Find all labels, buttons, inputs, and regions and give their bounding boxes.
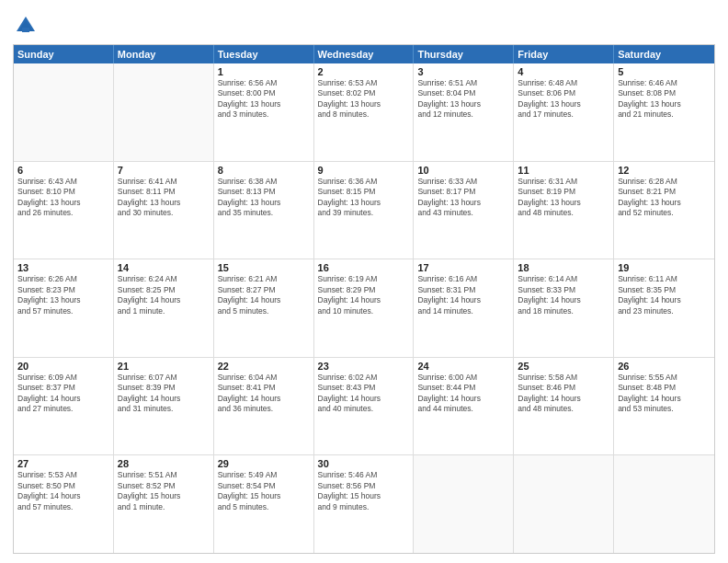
day-number: 13 xyxy=(17,262,109,273)
calendar-cell: 5Sunrise: 6:46 AM Sunset: 8:08 PM Daylig… xyxy=(614,63,714,161)
calendar-cell: 26Sunrise: 5:55 AM Sunset: 8:48 PM Dayli… xyxy=(614,358,714,455)
calendar-row: 6Sunrise: 6:43 AM Sunset: 8:10 PM Daylig… xyxy=(14,161,714,259)
calendar-cell xyxy=(614,455,714,553)
day-number: 8 xyxy=(218,165,310,176)
day-number: 5 xyxy=(618,66,711,77)
day-info: Sunrise: 6:38 AM Sunset: 8:13 PM Dayligh… xyxy=(218,177,310,219)
day-number: 1 xyxy=(218,66,310,77)
day-info: Sunrise: 6:14 AM Sunset: 8:33 PM Dayligh… xyxy=(518,274,609,316)
day-info: Sunrise: 5:58 AM Sunset: 8:46 PM Dayligh… xyxy=(518,373,609,415)
calendar-cell xyxy=(114,63,214,161)
day-number: 21 xyxy=(118,361,210,372)
day-number: 28 xyxy=(118,458,210,469)
calendar-row: 20Sunrise: 6:09 AM Sunset: 8:37 PM Dayli… xyxy=(14,357,714,455)
calendar-cell: 21Sunrise: 6:07 AM Sunset: 8:39 PM Dayli… xyxy=(114,358,214,455)
day-number: 24 xyxy=(417,361,509,372)
page: SundayMondayTuesdayWednesdayThursdayFrid… xyxy=(0,0,728,563)
day-info: Sunrise: 6:09 AM Sunset: 8:37 PM Dayligh… xyxy=(17,373,109,415)
day-info: Sunrise: 6:24 AM Sunset: 8:25 PM Dayligh… xyxy=(118,274,210,316)
day-info: Sunrise: 6:19 AM Sunset: 8:29 PM Dayligh… xyxy=(318,274,410,316)
calendar: SundayMondayTuesdayWednesdayThursdayFrid… xyxy=(13,44,715,554)
day-number: 27 xyxy=(17,458,109,469)
logo xyxy=(13,13,42,39)
calendar-cell: 4Sunrise: 6:48 AM Sunset: 8:06 PM Daylig… xyxy=(514,63,614,161)
day-number: 30 xyxy=(318,458,410,469)
day-info: Sunrise: 5:55 AM Sunset: 8:48 PM Dayligh… xyxy=(618,373,711,415)
logo-icon xyxy=(13,13,39,39)
svg-rect-2 xyxy=(22,28,29,32)
calendar-cell: 3Sunrise: 6:51 AM Sunset: 8:04 PM Daylig… xyxy=(414,63,514,161)
calendar-cell: 6Sunrise: 6:43 AM Sunset: 8:10 PM Daylig… xyxy=(14,162,114,259)
day-number: 7 xyxy=(118,165,210,176)
calendar-row: 27Sunrise: 5:53 AM Sunset: 8:50 PM Dayli… xyxy=(14,454,714,553)
day-number: 11 xyxy=(518,165,609,176)
day-number: 15 xyxy=(218,262,310,273)
calendar-cell xyxy=(414,455,514,553)
calendar-cell: 24Sunrise: 6:00 AM Sunset: 8:44 PM Dayli… xyxy=(414,358,514,455)
calendar-cell: 13Sunrise: 6:26 AM Sunset: 8:23 PM Dayli… xyxy=(14,259,114,357)
day-number: 3 xyxy=(417,66,509,77)
calendar-row: 13Sunrise: 6:26 AM Sunset: 8:23 PM Dayli… xyxy=(14,259,714,357)
calendar-header-cell: Wednesday xyxy=(314,45,415,63)
calendar-cell: 22Sunrise: 6:04 AM Sunset: 8:41 PM Dayli… xyxy=(214,358,314,455)
calendar-header-cell: Tuesday xyxy=(214,45,314,63)
header xyxy=(13,9,715,39)
day-info: Sunrise: 6:28 AM Sunset: 8:21 PM Dayligh… xyxy=(618,177,711,219)
calendar-cell: 17Sunrise: 6:16 AM Sunset: 8:31 PM Dayli… xyxy=(414,259,514,357)
day-info: Sunrise: 6:07 AM Sunset: 8:39 PM Dayligh… xyxy=(118,373,210,415)
day-info: Sunrise: 6:21 AM Sunset: 8:27 PM Dayligh… xyxy=(218,274,310,316)
calendar-cell: 15Sunrise: 6:21 AM Sunset: 8:27 PM Dayli… xyxy=(214,259,314,357)
calendar-cell: 18Sunrise: 6:14 AM Sunset: 8:33 PM Dayli… xyxy=(514,259,614,357)
calendar-cell: 30Sunrise: 5:46 AM Sunset: 8:56 PM Dayli… xyxy=(314,455,415,553)
day-number: 20 xyxy=(17,361,109,372)
day-number: 22 xyxy=(218,361,310,372)
day-info: Sunrise: 6:43 AM Sunset: 8:10 PM Dayligh… xyxy=(17,177,109,219)
calendar-cell: 10Sunrise: 6:33 AM Sunset: 8:17 PM Dayli… xyxy=(414,162,514,259)
day-info: Sunrise: 6:02 AM Sunset: 8:43 PM Dayligh… xyxy=(318,373,410,415)
calendar-cell: 27Sunrise: 5:53 AM Sunset: 8:50 PM Dayli… xyxy=(14,455,114,553)
calendar-cell xyxy=(514,455,614,553)
calendar-header-cell: Monday xyxy=(114,45,214,63)
day-number: 18 xyxy=(518,262,609,273)
day-info: Sunrise: 6:51 AM Sunset: 8:04 PM Dayligh… xyxy=(417,78,509,121)
calendar-cell: 2Sunrise: 6:53 AM Sunset: 8:02 PM Daylig… xyxy=(314,63,415,161)
day-number: 12 xyxy=(618,165,711,176)
day-info: Sunrise: 6:16 AM Sunset: 8:31 PM Dayligh… xyxy=(417,274,509,316)
day-number: 9 xyxy=(318,165,410,176)
day-info: Sunrise: 6:48 AM Sunset: 8:06 PM Dayligh… xyxy=(518,78,609,121)
calendar-cell: 14Sunrise: 6:24 AM Sunset: 8:25 PM Dayli… xyxy=(114,259,214,357)
day-number: 2 xyxy=(318,66,410,77)
day-number: 4 xyxy=(518,66,609,77)
calendar-cell: 19Sunrise: 6:11 AM Sunset: 8:35 PM Dayli… xyxy=(614,259,714,357)
day-number: 6 xyxy=(17,165,109,176)
day-number: 17 xyxy=(417,262,509,273)
calendar-row: 1Sunrise: 6:56 AM Sunset: 8:00 PM Daylig… xyxy=(14,63,714,161)
day-info: Sunrise: 6:46 AM Sunset: 8:08 PM Dayligh… xyxy=(618,78,711,121)
calendar-cell: 29Sunrise: 5:49 AM Sunset: 8:54 PM Dayli… xyxy=(214,455,314,553)
day-number: 10 xyxy=(417,165,509,176)
calendar-cell: 28Sunrise: 5:51 AM Sunset: 8:52 PM Dayli… xyxy=(114,455,214,553)
day-info: Sunrise: 5:53 AM Sunset: 8:50 PM Dayligh… xyxy=(17,470,109,512)
calendar-cell: 9Sunrise: 6:36 AM Sunset: 8:15 PM Daylig… xyxy=(314,162,415,259)
day-info: Sunrise: 5:51 AM Sunset: 8:52 PM Dayligh… xyxy=(118,470,210,512)
calendar-cell: 23Sunrise: 6:02 AM Sunset: 8:43 PM Dayli… xyxy=(314,358,415,455)
calendar-cell xyxy=(14,63,114,161)
day-info: Sunrise: 6:56 AM Sunset: 8:00 PM Dayligh… xyxy=(218,78,310,121)
day-number: 26 xyxy=(618,361,711,372)
calendar-header-cell: Sunday xyxy=(14,45,114,63)
day-info: Sunrise: 6:41 AM Sunset: 8:11 PM Dayligh… xyxy=(118,177,210,219)
calendar-header-cell: Friday xyxy=(514,45,614,63)
calendar-header: SundayMondayTuesdayWednesdayThursdayFrid… xyxy=(14,45,714,63)
day-info: Sunrise: 6:26 AM Sunset: 8:23 PM Dayligh… xyxy=(17,274,109,316)
calendar-cell: 16Sunrise: 6:19 AM Sunset: 8:29 PM Dayli… xyxy=(314,259,415,357)
day-number: 14 xyxy=(118,262,210,273)
calendar-header-cell: Saturday xyxy=(614,45,714,63)
day-info: Sunrise: 5:49 AM Sunset: 8:54 PM Dayligh… xyxy=(218,470,310,512)
day-number: 16 xyxy=(318,262,410,273)
calendar-cell: 20Sunrise: 6:09 AM Sunset: 8:37 PM Dayli… xyxy=(14,358,114,455)
calendar-cell: 25Sunrise: 5:58 AM Sunset: 8:46 PM Dayli… xyxy=(514,358,614,455)
calendar-cell: 1Sunrise: 6:56 AM Sunset: 8:00 PM Daylig… xyxy=(214,63,314,161)
day-number: 29 xyxy=(218,458,310,469)
calendar-cell: 12Sunrise: 6:28 AM Sunset: 8:21 PM Dayli… xyxy=(614,162,714,259)
day-info: Sunrise: 5:46 AM Sunset: 8:56 PM Dayligh… xyxy=(318,470,410,512)
